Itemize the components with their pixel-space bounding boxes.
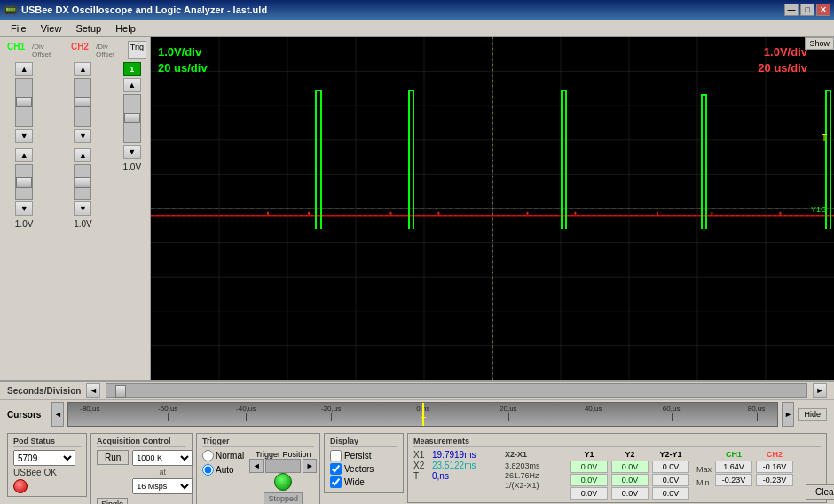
trigger-pos-right-button[interactable]: ► bbox=[303, 459, 317, 473]
x2-value: 23.5122ms bbox=[432, 461, 496, 470]
ch1-offset-slider[interactable] bbox=[15, 164, 33, 200]
trigger-radio-group: Normal Auto bbox=[202, 450, 244, 476]
trigger-normal-option[interactable]: Normal bbox=[202, 450, 244, 461]
clear-button[interactable]: Clear bbox=[806, 484, 834, 500]
tick-7 bbox=[594, 413, 594, 421]
cursors-ruler[interactable]: -80,us -60,us -40,us -20,us 0,ns 20,us 4… bbox=[67, 402, 778, 427]
pod-select[interactable]: 5709 bbox=[13, 450, 75, 466]
hide-button[interactable]: Hide bbox=[798, 408, 827, 421]
seconds-div-slider[interactable] bbox=[106, 383, 807, 398]
trig-slider[interactable] bbox=[123, 94, 141, 143]
cursors-scroll-left[interactable]: ◄ bbox=[51, 402, 64, 427]
trigger-auto-option[interactable]: Auto bbox=[202, 464, 244, 476]
trigger-normal-label: Normal bbox=[216, 451, 244, 461]
acq-inner: Run 1000 K at 16 Msps bbox=[97, 450, 186, 494]
svg-rect-22 bbox=[390, 212, 392, 215]
x2-row: X2 23.5122ms bbox=[413, 461, 496, 470]
max-min-header-spacer bbox=[696, 450, 712, 462]
cursors-title: Cursors bbox=[7, 410, 41, 420]
titlebar-title: 📟 USBee DX Oscilloscope and Logic Analyz… bbox=[4, 4, 267, 17]
ruler-label-8: 60,us bbox=[663, 405, 681, 413]
seconds-div-left-arrow[interactable]: ◄ bbox=[86, 383, 100, 398]
cursor-t-line bbox=[422, 403, 424, 426]
close-button[interactable]: ✕ bbox=[816, 4, 830, 16]
tick-8 bbox=[672, 413, 673, 421]
x1-label: X1 bbox=[413, 450, 429, 460]
trigger-auto-radio[interactable] bbox=[202, 464, 214, 476]
ch1-value: 1.0V bbox=[15, 219, 34, 229]
x2-label: X2 bbox=[413, 461, 429, 470]
ch2-offset-thumb[interactable] bbox=[75, 177, 90, 188]
titlebar-controls[interactable]: — □ ✕ bbox=[784, 4, 830, 16]
minimize-button[interactable]: — bbox=[784, 4, 799, 16]
persist-checkbox[interactable] bbox=[330, 450, 342, 461]
wide-checkbox[interactable] bbox=[330, 476, 342, 488]
svg-rect-25 bbox=[574, 212, 576, 215]
persist-option[interactable]: Persist bbox=[330, 450, 397, 461]
t-marker: T bbox=[822, 133, 827, 143]
vectors-checkbox[interactable] bbox=[330, 463, 342, 475]
trigger-position-col: Trigger Position ◄ ► Stopped bbox=[249, 450, 317, 504]
cursors-scroll-right[interactable]: ► bbox=[782, 402, 794, 427]
acq-rate-select[interactable]: 1000 K bbox=[132, 450, 193, 466]
svg-rect-27 bbox=[711, 212, 712, 215]
ch1-controls: ▲ ▼ ▲ ▼ 1.0V bbox=[4, 62, 44, 229]
y1-cell-3: 0.0V bbox=[570, 487, 608, 500]
single-button[interactable]: Single bbox=[97, 498, 128, 504]
trig-down-button[interactable]: ▼ bbox=[123, 145, 141, 159]
trigger-pos-left-button[interactable]: ◄ bbox=[249, 459, 264, 473]
seconds-div-right-arrow[interactable]: ► bbox=[813, 383, 827, 398]
ch2-offset-up-button[interactable]: ▲ bbox=[74, 148, 91, 162]
ch1-down-button[interactable]: ▼ bbox=[15, 129, 33, 143]
trig-indicator: 1 bbox=[123, 62, 141, 76]
t-value: 0,ns bbox=[432, 471, 496, 481]
svg-rect-24 bbox=[527, 212, 529, 215]
window-title: USBee DX Oscilloscope and Logic Analyzer… bbox=[21, 4, 267, 15]
ch1-max-min-column: CH1 1.64V -0.23V bbox=[715, 450, 752, 500]
y2y1-column: Y2-Y1 0.0V 0.0V 0.0V bbox=[652, 450, 689, 500]
svg-rect-20 bbox=[267, 212, 269, 215]
menu-view[interactable]: View bbox=[34, 21, 69, 35]
ch1-offset-thumb[interactable] bbox=[16, 177, 32, 188]
y2y1-cell-2: 0.0V bbox=[652, 474, 689, 486]
trig-up-button[interactable]: ▲ bbox=[123, 78, 141, 92]
max-min-section: Max Min bbox=[696, 450, 712, 500]
seconds-div-thumb[interactable] bbox=[115, 385, 126, 398]
menu-file[interactable]: File bbox=[4, 21, 34, 35]
ch2-offset-down-button[interactable]: ▼ bbox=[74, 201, 91, 216]
bottom-area: Seconds/Division ◄ ► Cursors ◄ -80,us -6… bbox=[0, 380, 834, 504]
ch1-offset-up-button[interactable]: ▲ bbox=[15, 148, 33, 162]
trig-thumb[interactable] bbox=[124, 113, 140, 123]
measurements-y-table: Y1 0.0V 0.0V 0.0V Y2 0.0V 0.0V 0.0V Y2-Y… bbox=[570, 450, 793, 500]
menu-setup[interactable]: Setup bbox=[68, 21, 108, 35]
ch2-offset-slider[interactable] bbox=[74, 164, 91, 200]
tick-9 bbox=[757, 413, 758, 421]
t-row: T 0,ns bbox=[413, 471, 496, 481]
trigger-normal-radio[interactable] bbox=[202, 450, 214, 461]
acq-rate2-select[interactable]: 16 Msps bbox=[132, 478, 193, 494]
ch2-down-button[interactable]: ▼ bbox=[74, 129, 91, 143]
trig-label: Trig bbox=[128, 41, 146, 59]
maximize-button[interactable]: □ bbox=[800, 4, 814, 16]
left-panel: CH1 /Div Offset CH2 /Div Offset Trig ▲ ▼… bbox=[0, 37, 151, 380]
measurements-title: Measurements bbox=[413, 437, 821, 447]
ch1-div-thumb[interactable] bbox=[16, 97, 32, 107]
ruler-label-4: -20,us bbox=[321, 405, 341, 413]
ch1-div-slider[interactable] bbox=[15, 78, 33, 127]
ch2-max-min-column: CH2 -0.16V -0.23V bbox=[756, 450, 793, 500]
oscilloscope-display[interactable]: 1.0V/div 20 us/div 1.0V/div 20 us/div T … bbox=[151, 37, 834, 380]
trigger-position-label: Trigger Position bbox=[256, 450, 311, 459]
wide-option[interactable]: Wide bbox=[330, 476, 397, 488]
show-button[interactable]: Show bbox=[805, 37, 834, 50]
run-button[interactable]: Run bbox=[97, 450, 129, 465]
ch2-div-thumb[interactable] bbox=[75, 97, 90, 107]
ch2-up-button[interactable]: ▲ bbox=[74, 62, 91, 76]
vectors-option[interactable]: Vectors bbox=[330, 463, 397, 475]
pod-led bbox=[13, 479, 28, 493]
ch2-controls: ▲ ▼ ▲ ▼ 1.0V bbox=[62, 62, 103, 229]
ch2-value: 1.0V bbox=[74, 219, 92, 229]
menu-help[interactable]: Help bbox=[108, 21, 143, 35]
ch1-offset-down-button[interactable]: ▼ bbox=[15, 201, 33, 216]
ch2-div-slider[interactable] bbox=[74, 78, 91, 127]
ch1-up-button[interactable]: ▲ bbox=[15, 62, 33, 76]
